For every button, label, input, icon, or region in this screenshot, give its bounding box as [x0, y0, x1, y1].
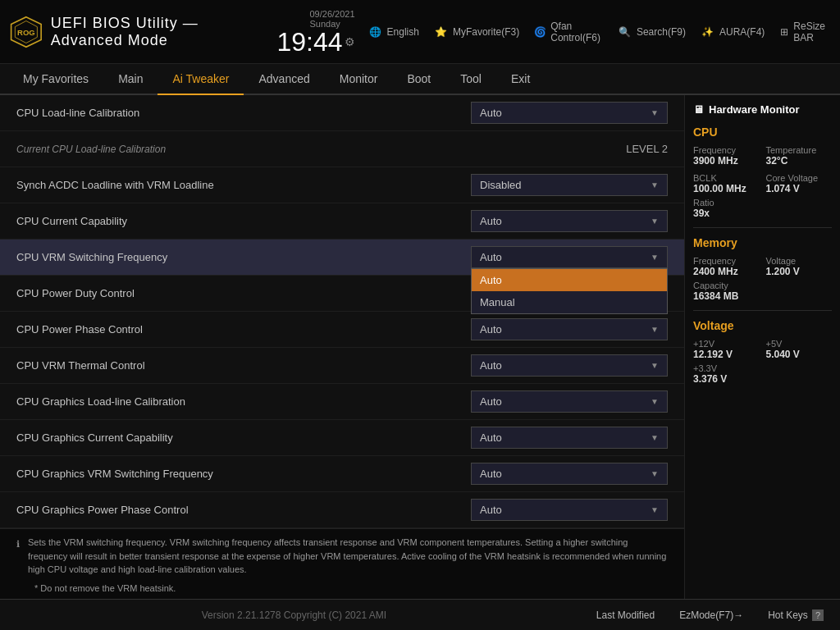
dropdown-btn-cpu-loadline[interactable]: Auto ▼	[471, 102, 668, 124]
hw-divider-2	[693, 310, 832, 311]
toolbar-resizebar-label: ReSize BAR	[793, 21, 830, 43]
row-gpu-power-phase: CPU Graphics Power Phase Control Auto ▼	[0, 492, 684, 528]
dropdown-btn-gpu-power-phase[interactable]: Auto ▼	[471, 499, 668, 521]
datetime-area: 09/26/2021Sunday 19:44 ⚙	[281, 9, 355, 55]
toolbar-english-label: English	[387, 26, 419, 38]
nav-bar: My Favorites Main Ai Tweaker Advanced Mo…	[0, 64, 840, 95]
dropdown-cpu-current-cap[interactable]: Auto ▼	[471, 210, 668, 232]
ez-mode-btn[interactable]: EzMode(F7)→	[679, 609, 743, 621]
info-text: Sets the VRM switching frequency. VRM sw…	[28, 536, 668, 577]
hw-memory-section: Memory	[693, 236, 832, 249]
hw-v5: +5V 5.040 V	[766, 339, 833, 360]
chevron-down-icon-2: ▼	[651, 180, 659, 189]
toolbar-aura-label: AURA(F4)	[719, 26, 765, 38]
nav-tool[interactable]: Tool	[445, 64, 496, 95]
option-auto[interactable]: Auto	[472, 269, 667, 291]
hw-cpu-section: CPU	[693, 126, 832, 139]
svg-text:ROG: ROG	[17, 27, 35, 36]
option-manual[interactable]: Manual	[472, 291, 667, 313]
footer: Version 2.21.1278 Copyright (C) 2021 AMI…	[0, 599, 840, 630]
dropdown-gpu-current-cap[interactable]: Auto ▼	[471, 427, 668, 449]
resize-icon: ⊞	[779, 25, 789, 39]
header: ROG UEFI BIOS Utility — Advanced Mode 09…	[0, 0, 840, 64]
label-cpu-power-duty: CPU Power Duty Control	[16, 287, 471, 299]
dropdown-btn-cpu-current-cap[interactable]: Auto ▼	[471, 210, 668, 232]
nav-aitweaker[interactable]: Ai Tweaker	[158, 64, 244, 95]
row-cpu-current-cap: CPU Current Capability Auto ▼	[0, 203, 684, 240]
toolbar-myfavorite-label: MyFavorite(F3)	[453, 26, 519, 38]
label-synch-acdc: Synch ACDC Loadline with VRM Loadline	[16, 179, 471, 191]
dropdown-btn-gpu-current-cap[interactable]: Auto ▼	[471, 427, 668, 449]
hw-cpu-ratio: Ratio 39x	[693, 198, 832, 219]
chevron-down-icon-8: ▼	[651, 397, 659, 406]
dropdown-vrm-thermal[interactable]: Auto ▼	[471, 354, 668, 377]
settings-icon[interactable]: ⚙	[345, 35, 355, 48]
row-gpu-current-cap: CPU Graphics Current Capability Auto ▼	[0, 420, 684, 456]
info-row: ℹ Sets the VRM switching frequency. VRM …	[16, 536, 668, 577]
chevron-down-icon-4: ▼	[651, 253, 659, 262]
hw-voltage-grid: +12V 12.192 V +5V 5.040 V	[693, 339, 832, 360]
dropdown-gpu-power-phase[interactable]: Auto ▼	[471, 499, 668, 521]
hw-mem-freq: Frequency 2400 MHz	[693, 256, 760, 277]
star-icon: ⭐	[434, 25, 449, 39]
version-text: Version 2.21.1278 Copyright (C) 2021 AMI	[16, 609, 572, 621]
row-current-cpu-loadline: Current CPU Load-line Calibration LEVEL …	[0, 131, 684, 167]
main-layout: CPU Load-line Calibration Auto ▼ Current…	[0, 95, 840, 599]
toolbar-resizebar[interactable]: ⊞ ReSize BAR	[779, 21, 830, 43]
row-cpu-loadline: CPU Load-line Calibration Auto ▼	[0, 95, 684, 131]
hotkeys-icon: ?	[812, 609, 824, 621]
dropdown-btn-synch-acdc[interactable]: Disabled ▼	[471, 174, 668, 196]
hw-cpu-grid: Frequency 3900 MHz Temperature 32°C BCLK…	[693, 145, 832, 194]
dropdown-cpu-loadline[interactable]: Auto ▼	[471, 102, 668, 124]
dropdown-gpu-vrm-switching[interactable]: Auto ▼	[471, 463, 668, 485]
dropdown-btn-vrm-switching[interactable]: Auto ▼	[471, 246, 668, 268]
value-current-cpu-loadline: LEVEL 2	[626, 143, 668, 155]
toolbar-search[interactable]: 🔍 Search(F9)	[618, 25, 686, 39]
hw-cpu-corevolt: Core Voltage 1.074 V	[766, 173, 833, 194]
hw-monitor: 🖥 Hardware Monitor CPU Frequency 3900 MH…	[684, 95, 840, 599]
info-bar: ℹ Sets the VRM switching frequency. VRM …	[0, 528, 684, 599]
toolbar-myfavorite[interactable]: ⭐ MyFavorite(F3)	[434, 25, 519, 39]
dropdown-btn-vrm-thermal[interactable]: Auto ▼	[471, 354, 668, 377]
nav-exit[interactable]: Exit	[496, 64, 545, 95]
toolbar-qfan[interactable]: 🌀 Qfan Control(F6)	[534, 21, 603, 43]
info-icon: ℹ	[16, 537, 20, 577]
fan-icon: 🌀	[534, 25, 546, 39]
dropdown-synch-acdc[interactable]: Disabled ▼	[471, 174, 668, 196]
dropdown-vrm-switching[interactable]: Auto ▼ Auto Manual	[471, 246, 668, 268]
hw-cpu-freq-label: Frequency 3900 MHz	[693, 145, 760, 167]
hw-monitor-title: 🖥 Hardware Monitor	[693, 103, 832, 116]
nav-main[interactable]: Main	[103, 64, 158, 95]
nav-advanced[interactable]: Advanced	[244, 64, 324, 95]
chevron-down-icon-9: ▼	[651, 433, 659, 442]
hw-v12: +12V 12.192 V	[693, 339, 760, 360]
row-synch-acdc: Synch ACDC Loadline with VRM Loadline Di…	[0, 167, 684, 203]
last-modified-btn[interactable]: Last Modified	[596, 609, 655, 621]
label-current-cpu-loadline: Current CPU Load-line Calibration	[16, 144, 626, 155]
nav-boot[interactable]: Boot	[392, 64, 445, 95]
row-vrm-thermal: CPU VRM Thermal Control Auto ▼	[0, 348, 684, 384]
toolbar-qfan-label: Qfan Control(F6)	[550, 21, 603, 43]
nav-myfavorites[interactable]: My Favorites	[8, 64, 103, 95]
dropdown-btn-cpu-power-phase[interactable]: Auto ▼	[471, 318, 668, 340]
chevron-down-icon-7: ▼	[651, 361, 659, 370]
row-vrm-switching: CPU VRM Switching Frequency Auto ▼ Auto …	[0, 240, 684, 276]
dropdown-open-vrm-switching: Auto Manual	[471, 268, 668, 314]
date-text: 09/26/2021Sunday	[309, 9, 354, 29]
toolbar-english[interactable]: 🌐 English	[368, 25, 419, 39]
dropdown-btn-gpu-vrm-switching[interactable]: Auto ▼	[471, 463, 668, 485]
hw-cpu-temp-label: Temperature 32°C	[766, 145, 833, 167]
content-area: CPU Load-line Calibration Auto ▼ Current…	[0, 95, 684, 599]
label-gpu-loadline: CPU Graphics Load-line Calibration	[16, 395, 471, 408]
toolbar-aura[interactable]: ✨ AURA(F4)	[701, 25, 765, 39]
dropdown-gpu-loadline[interactable]: Auto ▼	[471, 390, 668, 413]
nav-monitor[interactable]: Monitor	[325, 64, 393, 95]
hot-keys-btn[interactable]: Hot Keys ?	[768, 609, 824, 621]
label-vrm-thermal: CPU VRM Thermal Control	[16, 359, 471, 372]
dropdown-btn-gpu-loadline[interactable]: Auto ▼	[471, 390, 668, 413]
label-cpu-loadline: CPU Load-line Calibration	[16, 107, 471, 119]
bios-title: UEFI BIOS Utility — Advanced Mode	[51, 15, 265, 49]
dropdown-cpu-power-phase[interactable]: Auto ▼	[471, 318, 668, 340]
time-text: 19:44	[276, 29, 342, 55]
globe-icon: 🌐	[368, 25, 383, 39]
